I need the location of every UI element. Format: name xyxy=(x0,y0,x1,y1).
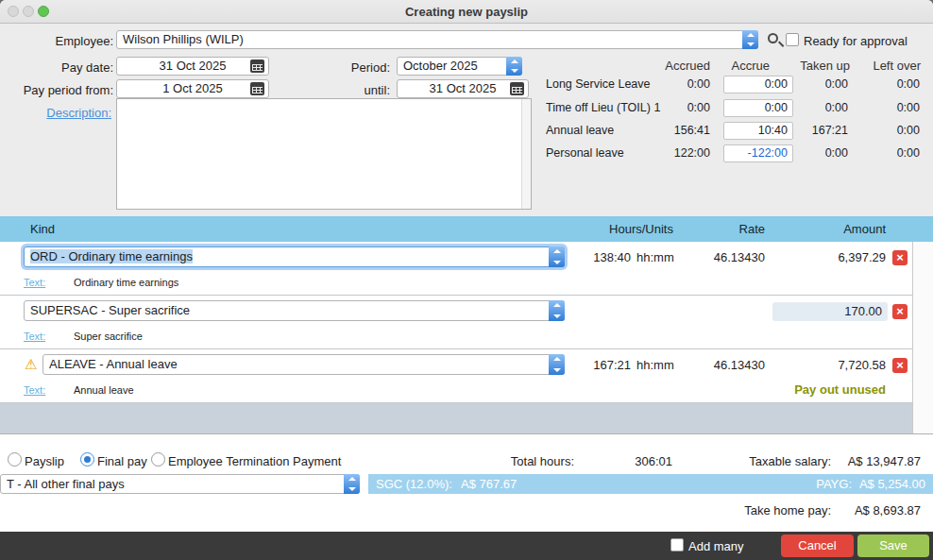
radio-etp[interactable] xyxy=(151,452,165,467)
cancel-button[interactable]: Cancel xyxy=(781,535,854,557)
stepper-icon[interactable] xyxy=(549,300,565,321)
stepper-icon[interactable] xyxy=(742,30,758,49)
leave-taken-up-value: 167:21 xyxy=(786,124,848,137)
delete-line-icon[interactable] xyxy=(892,304,908,319)
col-kind: Kind xyxy=(30,222,55,236)
line-text-link[interactable]: Text: xyxy=(24,277,45,288)
leave-accrue-input[interactable]: 10:40 xyxy=(723,122,793,140)
leave-accrue-input[interactable]: 0:00 xyxy=(723,99,793,117)
leave-accrued-value: 0:00 xyxy=(652,77,710,91)
employee-label: Employee: xyxy=(19,34,113,48)
leave-left-over-value: 0:00 xyxy=(857,77,920,91)
until-field[interactable]: 31 Oct 2025 xyxy=(397,79,529,98)
leave-taken-up-value: 0:00 xyxy=(786,146,848,160)
line-kind-combo[interactable]: ORD - Ordinary time earnings xyxy=(24,246,565,267)
line-note: Pay out unused xyxy=(746,382,886,397)
stepper-icon[interactable] xyxy=(506,57,522,76)
radio-final-pay[interactable] xyxy=(80,452,94,467)
leave-left-over-value: 0:00 xyxy=(857,124,920,137)
pay-period-from-value: 1 Oct 2025 xyxy=(162,81,223,95)
calendar-icon[interactable] xyxy=(250,82,264,95)
line-kind-combo[interactable]: ALEAVE - Annual leave xyxy=(42,354,565,375)
payg-label: PAYG: xyxy=(746,474,852,494)
employee-combo[interactable]: Wilson Phillips (WILP) xyxy=(116,30,758,49)
radio-payslip[interactable] xyxy=(8,452,22,467)
line-amount-input[interactable]: 170.00 xyxy=(772,302,888,321)
calendar-icon[interactable] xyxy=(510,82,524,95)
total-hours-label: Total hours: xyxy=(453,454,574,468)
lines-table-empty-area xyxy=(0,403,912,433)
employee-value: Wilson Phillips (WILP) xyxy=(123,32,244,46)
payslip-line-row: ⚠ ALEAVE - Annual leave 167:21 hh:mm 46.… xyxy=(0,349,912,403)
sgc-payg-bar: SGC (12.0%): A$ 767.67 PAYG: A$ 5,254.00 xyxy=(368,474,933,494)
leave-accrued-value: 156:41 xyxy=(652,124,710,137)
radio-final-pay-label: Final pay xyxy=(97,454,147,468)
leave-row-name: Time off Lieu (TOIL) 1 xyxy=(546,101,661,114)
payg-value: A$ 5,254.00 xyxy=(850,474,925,494)
leave-left-over-value: 0:00 xyxy=(857,101,920,114)
line-text-link[interactable]: Text: xyxy=(24,331,45,342)
line-unit: hh:mm xyxy=(636,250,674,264)
payslip-line-row: SUPERSAC - Super sacrifice 170.00 Text: … xyxy=(0,296,912,349)
payslip-window: Creating new payslip Employee: Wilson Ph… xyxy=(0,0,933,560)
search-icon[interactable] xyxy=(768,33,778,43)
leave-accrue-input[interactable]: 0:00 xyxy=(723,76,793,93)
pay-date-field[interactable]: 31 Oct 2025 xyxy=(116,57,269,76)
ready-for-approval-label: Ready for approval xyxy=(804,34,908,48)
radio-payslip-label: Payslip xyxy=(25,454,64,468)
warning-icon: ⚠ xyxy=(25,357,37,372)
add-many-label: Add many xyxy=(688,539,744,553)
delete-line-icon[interactable] xyxy=(892,250,908,265)
leave-accrued-value: 122:00 xyxy=(652,146,710,160)
pay-period-from-field[interactable]: 1 Oct 2025 xyxy=(116,79,269,98)
line-kind-value: ORD - Ordinary time earnings xyxy=(30,249,193,263)
window-title: Creating new payslip xyxy=(0,5,933,19)
delete-line-icon[interactable] xyxy=(892,358,908,373)
titlebar: Creating new payslip xyxy=(0,0,933,24)
line-rate: 46.13430 xyxy=(687,358,765,372)
until-label: until: xyxy=(314,83,390,97)
col-hours-units: Hours/Units xyxy=(567,222,673,236)
stepper-icon[interactable] xyxy=(344,474,360,494)
line-hours: 167:21 xyxy=(568,358,631,372)
table-scrollbar[interactable] xyxy=(912,242,933,433)
leave-col-accrued: Accrued xyxy=(652,59,710,73)
period-combo[interactable]: October 2025 xyxy=(397,57,522,76)
ready-for-approval-checkbox[interactable] xyxy=(786,33,799,46)
description-textarea[interactable] xyxy=(116,98,532,210)
line-text-value: Annual leave xyxy=(74,384,134,396)
footer-bar: Add many Cancel Save xyxy=(0,532,933,560)
stepper-icon[interactable] xyxy=(549,246,565,267)
until-value: 31 Oct 2025 xyxy=(430,81,497,95)
sgc-label: SGC (12.0%): xyxy=(376,474,452,494)
save-button[interactable]: Save xyxy=(857,535,929,557)
leave-row-name: Annual leave xyxy=(546,124,661,137)
leave-row-name: Long Service Leave xyxy=(546,77,661,91)
period-label: Period: xyxy=(314,60,390,75)
line-kind-value: ALEAVE - Annual leave xyxy=(49,357,178,371)
line-rate: 46.13430 xyxy=(687,250,765,264)
payslip-line-row: ORD - Ordinary time earnings 138:40 hh:m… xyxy=(0,242,912,296)
line-amount: 7,720.58 xyxy=(793,358,886,372)
description-link[interactable]: Description: xyxy=(17,106,111,120)
line-amount: 6,397.29 xyxy=(793,250,886,264)
leave-taken-up-value: 0:00 xyxy=(786,101,848,114)
sgc-value: A$ 767.67 xyxy=(461,474,517,494)
line-text-value: Ordinary time earnings xyxy=(74,277,178,288)
leave-col-accrue: Accrue xyxy=(711,59,770,73)
period-value: October 2025 xyxy=(403,59,478,73)
calendar-icon[interactable] xyxy=(250,59,264,73)
line-unit: hh:mm xyxy=(636,358,674,372)
line-kind-combo[interactable]: SUPERSAC - Super sacrifice xyxy=(24,300,565,321)
taxable-salary-value: A$ 13,947.87 xyxy=(803,454,921,468)
stepper-icon[interactable] xyxy=(549,354,565,375)
col-amount: Amount xyxy=(803,222,886,236)
textarea-scrollbar[interactable] xyxy=(521,99,531,209)
leave-accrue-input[interactable]: -122:00 xyxy=(723,144,793,162)
final-pay-kind-combo[interactable]: T - All other final pays xyxy=(0,474,360,494)
line-text-link[interactable]: Text: xyxy=(24,384,45,396)
line-text-value: Super sacrifice xyxy=(74,331,143,342)
add-many-checkbox[interactable] xyxy=(670,538,684,552)
pay-period-from-label: Pay period from: xyxy=(0,83,113,97)
leave-left-over-value: 0:00 xyxy=(857,146,920,160)
